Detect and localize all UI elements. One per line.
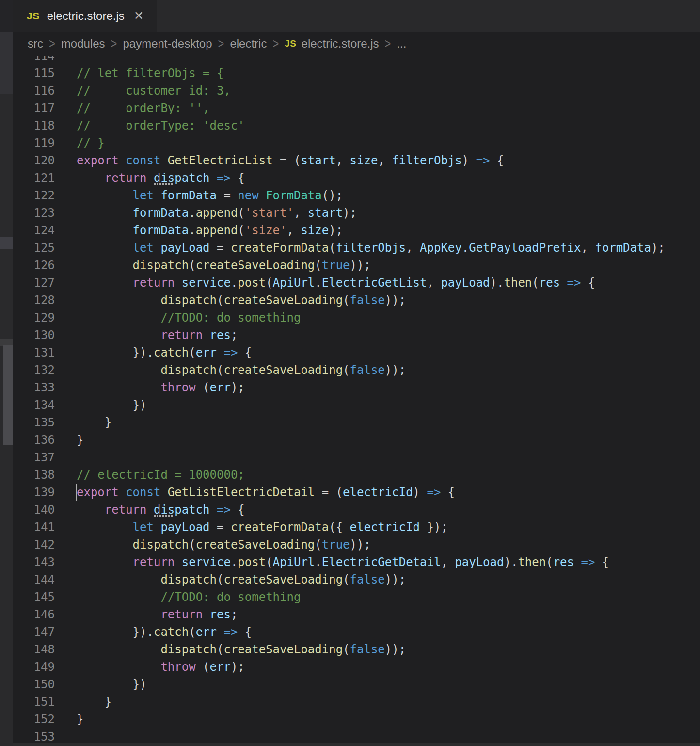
breadcrumb-separator-icon: > [385,36,391,52]
code-token: . [231,276,238,290]
breadcrumb-item-electric[interactable]: electric [230,37,267,50]
code-token: throw [160,381,203,394]
tab-electric-store-js[interactable]: JS electric.store.js ✕ [13,0,157,32]
code-token: err [196,625,217,639]
code-line-131[interactable]: 131 }).catch(err => { [13,344,700,361]
code-token [217,346,223,359]
indent-guide [105,641,105,658]
code-token: ( [217,363,223,377]
code-line-126[interactable]: 126 dispatch(createSaveLoading(true)); [13,257,700,274]
code-line-120[interactable]: 120export const GetElectricList = (start… [13,152,700,169]
code-line-115[interactable]: 115// let filterObjs = { [13,65,700,82]
breadcrumb-item-file[interactable]: electric.store.js [302,37,379,50]
breadcrumb-item-modules[interactable]: modules [61,37,105,50]
code-line-151[interactable]: 151 } [13,693,700,711]
code-line-119[interactable]: 119// } [13,134,700,152]
close-tab-icon[interactable]: ✕ [134,9,144,23]
line-content: } [77,711,83,728]
code-line-136[interactable]: 136} [13,431,700,449]
line-content: } [77,414,111,431]
code-line-117[interactable]: 117// orderBy: '', [13,99,700,117]
breadcrumb-symbol-tail[interactable]: ... [397,37,406,50]
code-line-141[interactable]: 141 let payLoad = createFormData({ elect… [13,519,700,536]
indent-guide [77,257,77,274]
code-line-138[interactable]: 138// electricId = 1000000; [13,466,700,484]
code-line-134[interactable]: 134 }) [13,396,700,414]
code-token: (); [322,189,343,202]
code-line-135[interactable]: 135 } [13,414,700,431]
code-token: ElectricGetList [322,276,427,290]
code-line-116[interactable]: 116// customer_id: 3, [13,82,700,99]
code-token: true [322,538,350,551]
code-line-125[interactable]: 125 let payLoad = createFormData(filterO… [13,239,700,257]
line-content: return service.post(ApiUrl.ElectricGetLi… [77,274,595,292]
panel-edge [13,743,700,746]
code-line-124[interactable]: 124 formData.append('size', size); [13,222,700,239]
breadcrumb-item-payment-desktop[interactable]: payment-desktop [123,37,212,50]
code-line-129[interactable]: 129 //TODO: do something [13,309,700,326]
breadcrumb: src>modules>payment-desktop>electric>JSe… [13,32,700,56]
code-token: // } [77,136,105,150]
code-token: = ( [273,154,301,167]
indent-guide [77,309,77,326]
code-line-148[interactable]: 148 dispatch(createSaveLoading(false)); [13,641,700,658]
indent-guide [77,658,77,676]
code-line-118[interactable]: 118// orderType: 'desc' [13,117,700,134]
code-token: res [553,555,574,569]
code-line-137[interactable]: 137 [13,449,700,466]
code-line-140[interactable]: 140 return dispatch => { [13,501,700,519]
code-token: return [105,171,154,185]
code-line-123[interactable]: 123 formData.append('start', start); [13,204,700,222]
line-number: 141 [13,519,55,536]
line-content: return dispatch => { [77,501,245,519]
indent-guide [77,641,77,658]
hinted-token: dispatch [154,171,210,185]
code-line-147[interactable]: 147 }).catch(err => { [13,623,700,641]
code-line-149[interactable]: 149 throw (err); [13,658,700,676]
code-token: let [133,241,161,255]
code-token: ( [238,224,244,237]
code-line-142[interactable]: 142 dispatch(createSaveLoading(true)); [13,536,700,553]
code-token: // orderBy: '', [77,101,210,115]
code-line-130[interactable]: 130 return res; [13,326,700,344]
code-line-144[interactable]: 144 dispatch(createSaveLoading(false)); [13,571,700,588]
code-line-143[interactable]: 143 return service.post(ApiUrl.ElectricG… [13,553,700,571]
code-line-139[interactable]: 139export const GetListElectricDetail = … [13,484,700,501]
code-line-132[interactable]: 132 dispatch(createSaveLoading(false)); [13,361,700,379]
code-line-121[interactable]: 121 return dispatch => { [13,169,700,187]
code-token: ( [266,276,272,290]
code-line-127[interactable]: 127 return service.post(ApiUrl.ElectricG… [13,274,700,292]
code-token: ( [315,538,321,551]
indent-guide [105,571,105,588]
code-line-122[interactable]: 122 let formData = new FormData(); [13,187,700,204]
indent-guide [77,187,77,204]
sliver-top-block [0,0,13,32]
indent-guide [77,326,77,344]
code-token: , [336,154,350,167]
code-line-145[interactable]: 145 //TODO: do something [13,588,700,606]
code-token: = [217,189,238,202]
line-number: 130 [13,326,55,344]
code-line-153[interactable]: 153 [13,728,700,743]
code-token: , [287,224,301,237]
code-token: formData [160,189,217,202]
code-token: ); [231,660,245,674]
code-line-128[interactable]: 128 dispatch(createSaveLoading(false)); [13,292,700,309]
code-token: start [308,206,343,220]
code-line-146[interactable]: 146 return res; [13,606,700,623]
code-line-152[interactable]: 152} [13,711,700,728]
breadcrumb-item-src[interactable]: src [28,37,43,50]
line-content: formData.append('start', start); [77,204,357,222]
indent-guide [105,222,105,239]
indent-guide [77,344,77,361]
code-token: const [126,154,168,167]
code-token: // electricId = 1000000; [77,468,245,482]
code-token: export [77,486,126,499]
code-editor[interactable]: 114115// let filterObjs = {116// custome… [13,56,700,743]
code-token: service [182,555,231,569]
code-line-150[interactable]: 150 }) [13,676,700,693]
code-line-133[interactable]: 133 throw (err); [13,379,700,396]
javascript-file-icon: JS [285,38,296,49]
code-line-114[interactable]: 114 [13,56,700,65]
sliver-scrollbar-thumb[interactable] [3,345,13,445]
